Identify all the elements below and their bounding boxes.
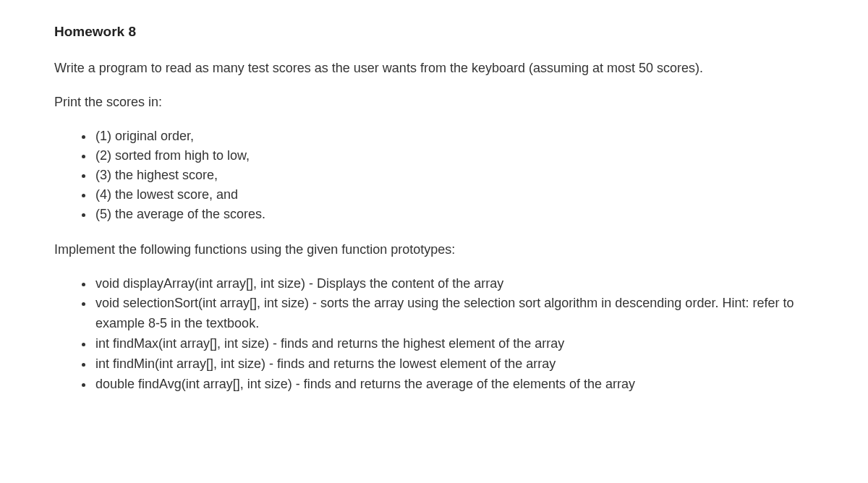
list-item: double findAvg(int array[], int size) - …: [94, 375, 814, 395]
function-list: void displayArray(int array[], int size)…: [54, 274, 814, 395]
implement-lead: Implement the following functions using …: [54, 240, 814, 260]
list-item: int findMax(int array[], int size) - fin…: [94, 334, 814, 354]
list-item: (5) the average of the scores.: [94, 205, 814, 224]
list-item: (4) the lowest score, and: [94, 185, 814, 205]
print-list: (1) original order, (2) sorted from high…: [54, 127, 814, 224]
list-item: void selectionSort(int array[], int size…: [94, 294, 814, 334]
intro-paragraph: Write a program to read as many test sco…: [54, 59, 814, 78]
list-item: (2) sorted from high to low,: [94, 146, 814, 166]
list-item: (3) the highest score,: [94, 166, 814, 185]
list-item: void displayArray(int array[], int size)…: [94, 274, 814, 294]
list-item: int findMin(int array[], int size) - fin…: [94, 354, 814, 375]
print-lead: Print the scores in:: [54, 93, 814, 112]
list-item: (1) original order,: [94, 127, 814, 146]
homework-title: Homework 8: [54, 22, 814, 43]
